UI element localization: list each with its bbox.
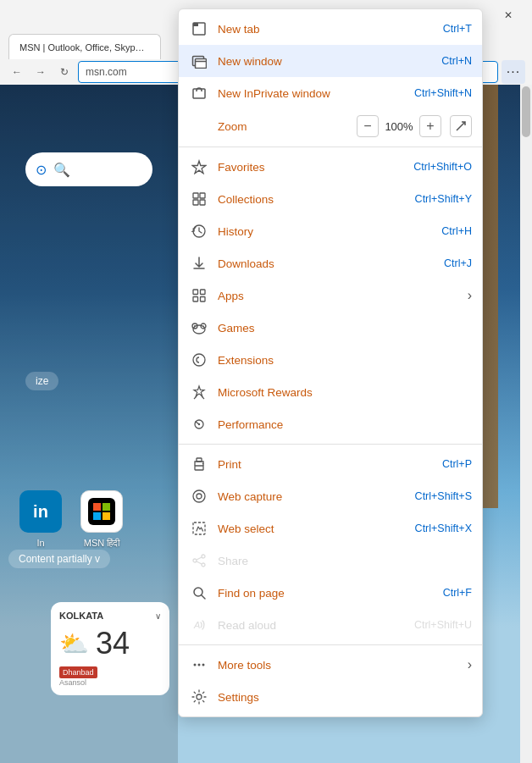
- find-on-page-shortcut: Ctrl+F: [443, 587, 472, 599]
- menu-item-inprivate[interactable]: New InPrivate window Ctrl+Shift+N: [179, 77, 482, 109]
- menu-item-read-aloud: A Read aloud Ctrl+Shift+U: [179, 609, 482, 641]
- performance-label: Performance: [218, 418, 472, 431]
- scrollbar-thumb[interactable]: [522, 86, 530, 137]
- menu-item-web-capture[interactable]: Web capture Ctrl+Shift+S: [179, 480, 482, 512]
- menu-item-find-on-page[interactable]: Find on page Ctrl+F: [179, 577, 482, 609]
- games-icon: [189, 318, 209, 338]
- msn-icon: [80, 490, 123, 533]
- close-button[interactable]: ✕: [489, 3, 528, 28]
- search-box[interactable]: ⊙ 🔍: [25, 152, 152, 186]
- more-options-button[interactable]: ···: [502, 60, 525, 84]
- collections-shortcut: Ctrl+Shift+Y: [415, 193, 472, 205]
- svg-point-23: [203, 325, 204, 326]
- msn-hindi-shortcut[interactable]: MSN हिंदी: [78, 490, 125, 551]
- print-shortcut: Ctrl+P: [442, 458, 472, 470]
- forward-button[interactable]: →: [30, 62, 51, 82]
- inprivate-shortcut: Ctrl+Shift+N: [414, 87, 472, 99]
- read-aloud-shortcut: Ctrl+Shift+U: [414, 619, 472, 631]
- more-tools-icon: [189, 655, 209, 675]
- svg-point-29: [197, 494, 202, 499]
- zoom-minus-button[interactable]: −: [357, 115, 379, 137]
- print-label: Print: [218, 458, 442, 471]
- games-label: Games: [218, 322, 472, 335]
- menu-item-extensions[interactable]: Extensions: [179, 344, 482, 376]
- refresh-button[interactable]: ↻: [54, 62, 75, 82]
- apps-arrow: ›: [468, 288, 472, 303]
- svg-point-32: [202, 563, 205, 567]
- customize-button[interactable]: ize: [25, 372, 58, 390]
- svg-point-31: [202, 555, 205, 558]
- customize-label: ize: [36, 375, 48, 387]
- zoom-expand-button[interactable]: [450, 115, 472, 137]
- menu-item-collections[interactable]: Collections Ctrl+Shift+Y: [179, 183, 482, 215]
- menu-item-rewards[interactable]: Microsoft Rewards: [179, 376, 482, 408]
- read-aloud-label: Read aloud: [218, 619, 414, 632]
- tab-title: MSN | Outlook, Office, Skype, Bing...: [19, 42, 147, 53]
- print-icon: [189, 454, 209, 474]
- linkedin-shortcut[interactable]: in In: [17, 490, 64, 551]
- menu-item-web-select[interactable]: Web select Ctrl+Shift+X: [179, 512, 482, 545]
- msn-hindi-label: MSN हिंदी: [84, 538, 120, 549]
- web-select-icon: [189, 518, 209, 539]
- downloads-shortcut: Ctrl+J: [444, 257, 472, 269]
- menu-item-performance[interactable]: Performance: [179, 408, 482, 440]
- menu-item-settings[interactable]: Settings: [179, 681, 482, 713]
- menu-item-new-tab[interactable]: New tab Ctrl+T: [179, 13, 482, 45]
- svg-rect-10: [193, 193, 198, 198]
- downloads-icon: [189, 253, 209, 274]
- performance-icon: [189, 414, 209, 434]
- linkedin-label: In: [36, 538, 44, 548]
- rewards-icon: [189, 382, 209, 402]
- svg-rect-12: [193, 200, 198, 205]
- dropdown-menu: New tab Ctrl+T New window Ctrl+N New InP…: [178, 8, 483, 717]
- web-capture-label: Web capture: [218, 490, 415, 503]
- search-icon: 🔍: [53, 162, 70, 178]
- search-area: ⊙ 🔍: [25, 152, 152, 186]
- menu-item-print[interactable]: Print Ctrl+P: [179, 448, 482, 480]
- scrollbar[interactable]: [520, 85, 532, 763]
- content-partially-button[interactable]: Content partially v: [8, 550, 110, 568]
- svg-rect-15: [193, 290, 198, 295]
- temperature: 34: [96, 626, 130, 661]
- zoom-plus-button[interactable]: +: [419, 115, 441, 137]
- extensions-icon: [189, 350, 209, 370]
- new-tab-shortcut: Ctrl+T: [443, 23, 472, 35]
- svg-rect-5: [193, 23, 198, 26]
- inprivate-icon: [189, 83, 209, 103]
- rewards-label: Microsoft Rewards: [218, 386, 472, 399]
- menu-item-share: Share: [179, 545, 482, 577]
- shortcuts-row: in In MSN हिंदी: [17, 490, 125, 551]
- svg-rect-11: [200, 193, 205, 198]
- menu-item-apps[interactable]: Apps ›: [179, 279, 482, 312]
- menu-item-history[interactable]: History Ctrl+H: [179, 215, 482, 247]
- favorites-icon: [189, 157, 209, 177]
- svg-rect-25: [195, 466, 203, 470]
- new-window-label: New window: [218, 55, 441, 68]
- more-tools-label: More tools: [218, 659, 468, 672]
- svg-rect-26: [197, 458, 202, 462]
- menu-item-downloads[interactable]: Downloads Ctrl+J: [179, 247, 482, 279]
- inprivate-label: New InPrivate window: [218, 87, 414, 100]
- web-select-shortcut: Ctrl+Shift+X: [415, 522, 472, 534]
- svg-rect-7: [196, 59, 207, 69]
- menu-item-games[interactable]: Games: [179, 312, 482, 344]
- new-tab-icon: [189, 19, 209, 39]
- svg-point-24: [198, 423, 200, 425]
- web-select-label: Web select: [218, 522, 415, 535]
- apps-label: Apps: [218, 290, 468, 302]
- collections-icon: [189, 189, 209, 209]
- history-shortcut: Ctrl+H: [441, 225, 472, 237]
- content-partially-label: Content partially v: [19, 553, 100, 565]
- menu-item-new-window[interactable]: New window Ctrl+N: [179, 45, 482, 77]
- back-button[interactable]: ←: [7, 62, 27, 82]
- menu-item-favorites[interactable]: Favorites Ctrl+Shift+O: [179, 151, 482, 183]
- divider-1: [179, 147, 482, 147]
- weather-widget[interactable]: KOLKATA ∨ ⛅ 34 Dhanbad Asansol: [51, 602, 169, 695]
- menu-item-more-tools[interactable]: More tools ›: [179, 649, 482, 681]
- history-label: History: [218, 225, 441, 238]
- active-tab[interactable]: MSN | Outlook, Office, Skype, Bing...: [8, 34, 161, 59]
- new-window-shortcut: Ctrl+N: [441, 55, 472, 67]
- favorites-label: Favorites: [218, 161, 413, 174]
- svg-point-36: [194, 664, 197, 666]
- find-on-page-icon: [189, 583, 209, 603]
